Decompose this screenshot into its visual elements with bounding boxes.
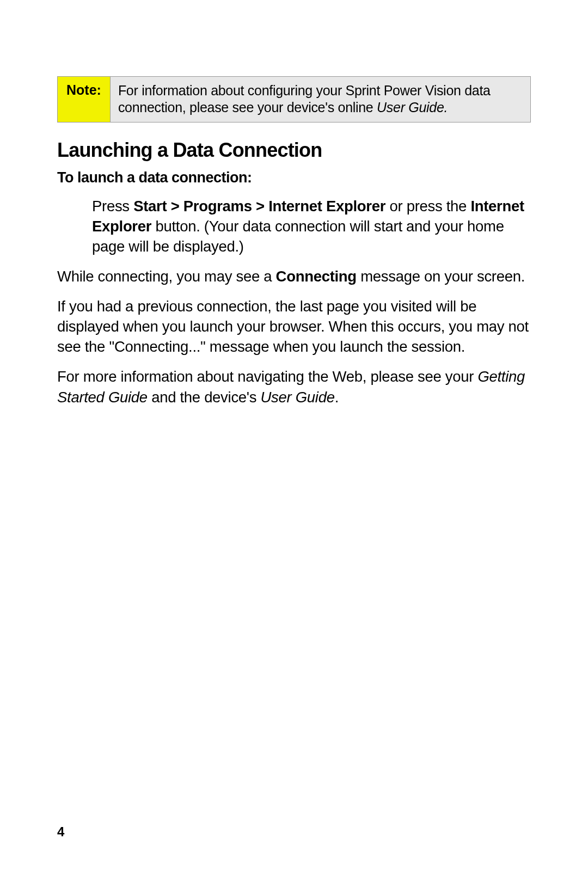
paragraph-previous-connection: If you had a previous connection, the la… [57, 296, 531, 357]
para3-pre: For more information about navigating th… [57, 368, 477, 385]
subheading: To launch a data connection: [57, 169, 531, 186]
para3-mid: and the device's [148, 389, 261, 406]
para3-post: . [335, 389, 339, 406]
note-body: For information about configuring your S… [111, 77, 530, 122]
step-pre: Press [92, 198, 133, 215]
note-label: Note: [58, 77, 111, 122]
step-bold1: Start > Programs > Internet Explorer [133, 198, 385, 215]
para1-pre: While connecting, you may see a [57, 268, 276, 285]
para1-bold: Connecting [276, 268, 357, 285]
paragraph-more-info: For more information about navigating th… [57, 366, 531, 407]
page-number: 4 [57, 824, 64, 840]
paragraph-connecting: While connecting, you may see a Connecti… [57, 266, 531, 286]
step-paragraph: Press Start > Programs > Internet Explor… [92, 196, 531, 256]
step-mid1: or press the [385, 198, 470, 215]
step-post: button. (Your data connection will start… [92, 218, 504, 255]
note-box: Note: For information about configuring … [57, 76, 531, 122]
para3-italic2: User Guide [261, 389, 335, 406]
note-body-italic: User Guide. [377, 100, 448, 115]
para1-post: message on your screen. [357, 268, 525, 285]
section-heading: Launching a Data Connection [57, 139, 531, 162]
